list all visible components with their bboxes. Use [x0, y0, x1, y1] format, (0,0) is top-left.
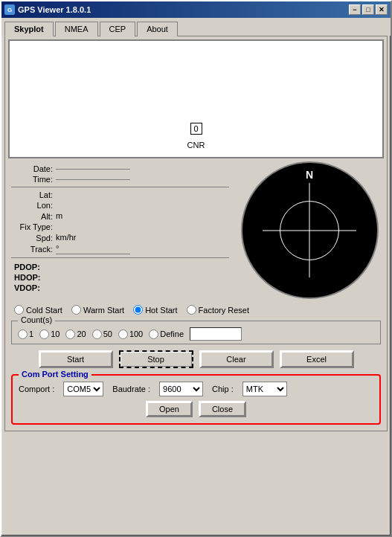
date-value: [56, 168, 130, 170]
info-panel: Date: Time: Lat: Lon: Alt:: [8, 161, 232, 299]
hot-start-option[interactable]: Hot Start: [133, 305, 177, 315]
count-radios: 1 10 20 50 1: [18, 327, 374, 341]
tab-about[interactable]: About: [137, 22, 178, 36]
baudrate-label: Baudrate :: [112, 385, 150, 393]
count-10-radio[interactable]: [39, 329, 49, 339]
alt-row: Alt: m: [11, 211, 229, 221]
pdop-label: PDOP:: [14, 263, 51, 271]
date-row: Date:: [11, 164, 229, 173]
open-button[interactable]: Open: [146, 401, 193, 417]
chip-select[interactable]: MTK SiRF UBLOX: [242, 382, 287, 396]
com-port-legend: Com Port Setting: [19, 370, 91, 379]
time-value: [56, 179, 130, 180]
tab-cep[interactable]: CEP: [100, 22, 136, 36]
open-close-row: Open Close: [19, 401, 373, 417]
fix-value: [56, 227, 130, 228]
start-button[interactable]: Start: [39, 350, 113, 368]
count-define-label: Define: [160, 329, 184, 338]
app-icon: G: [4, 4, 15, 15]
count-10-label: 10: [51, 329, 60, 338]
dop-panel: PDOP: HDOP: VDOP:: [11, 261, 229, 295]
bottom-panel: Cold Start Warm Start Hot Start Factory …: [8, 302, 384, 428]
vdop-row: VDOP:: [14, 283, 226, 292]
count-50-radio[interactable]: [92, 329, 102, 339]
fix-label: Fix Type:: [11, 222, 56, 231]
maximize-button[interactable]: □: [362, 4, 374, 15]
count-legend: Count(s): [18, 315, 55, 324]
count-define-option[interactable]: Define: [149, 329, 184, 339]
title-bar-text: G GPS Viewer 1.8.0.1: [4, 4, 91, 15]
lat-label: Lat:: [11, 190, 56, 199]
hot-start-radio[interactable]: [133, 305, 143, 315]
count-1-label: 1: [29, 329, 33, 338]
baudrate-select[interactable]: 9600 4800 19200 38400 57600 115200: [159, 382, 203, 396]
cnr-label: CNR: [187, 141, 205, 149]
warm-start-option[interactable]: Warm Start: [71, 305, 124, 315]
count-20-option[interactable]: 20: [65, 329, 86, 339]
pdop-row: PDOP:: [14, 263, 226, 271]
compass-north-label: N: [306, 169, 313, 181]
minimize-button[interactable]: −: [349, 4, 361, 15]
compass-inner-circle: [280, 201, 339, 260]
count-1-option[interactable]: 1: [18, 329, 33, 339]
count-1-radio[interactable]: [18, 329, 28, 339]
title-bar: G GPS Viewer 1.8.0.1 − □ ✕: [1, 1, 391, 18]
main-window: G GPS Viewer 1.8.0.1 − □ ✕ Skyplot NMEA …: [0, 0, 392, 537]
hot-start-label: Hot Start: [145, 306, 177, 315]
lon-label: Lon:: [11, 201, 56, 210]
spd-value: km/hr: [56, 233, 130, 242]
date-label: Date:: [11, 164, 56, 173]
track-value: °: [56, 244, 130, 254]
info-compass-row: Date: Time: Lat: Lon: Alt:: [8, 161, 384, 299]
count-10-option[interactable]: 10: [39, 329, 60, 339]
factory-reset-radio[interactable]: [187, 305, 196, 315]
compass-area: N: [235, 161, 384, 299]
lon-row: Lon:: [11, 201, 229, 210]
count-100-radio[interactable]: [118, 329, 128, 339]
tab-bar: Skyplot NMEA CEP About: [1, 18, 391, 36]
factory-reset-option[interactable]: Factory Reset: [187, 305, 249, 315]
start-options-group: Cold Start Warm Start Hot Start Factory …: [11, 305, 381, 315]
cold-start-radio[interactable]: [14, 305, 24, 315]
hdop-label: HDOP:: [14, 273, 51, 282]
chart-inner: 0 CNR: [10, 41, 382, 157]
chip-label: Chip :: [212, 385, 234, 393]
spd-label: Spd:: [11, 234, 56, 242]
track-label: Track:: [11, 245, 56, 254]
lat-row: Lat:: [11, 190, 229, 199]
count-100-option[interactable]: 100: [118, 329, 143, 339]
count-20-label: 20: [77, 329, 86, 338]
close-button[interactable]: ✕: [376, 4, 388, 15]
alt-value: m: [56, 211, 130, 221]
lon-value: [56, 205, 130, 206]
count-50-option[interactable]: 50: [92, 329, 112, 339]
stop-button[interactable]: Stop: [119, 350, 193, 368]
warm-start-label: Warm Start: [83, 306, 124, 315]
tab-nmea[interactable]: NMEA: [55, 22, 98, 36]
comport-select[interactable]: COM5 COM1 COM2 COM3 COM4: [63, 382, 103, 396]
com-port-row: Comport : COM5 COM1 COM2 COM3 COM4 Baudr…: [19, 382, 373, 396]
time-label: Time:: [11, 175, 56, 184]
count-100-label: 100: [129, 329, 143, 338]
count-define-radio[interactable]: [149, 329, 158, 339]
tab-skyplot[interactable]: Skyplot: [4, 22, 54, 36]
comport-label: Comport :: [19, 385, 54, 393]
excel-button[interactable]: Excel: [280, 350, 354, 368]
count-define-input[interactable]: [190, 327, 242, 341]
factory-reset-label: Factory Reset: [199, 306, 249, 315]
window-title: GPS Viewer 1.8.0.1: [18, 5, 91, 14]
count-20-radio[interactable]: [65, 329, 75, 339]
track-row: Track: °: [11, 244, 229, 254]
warm-start-radio[interactable]: [71, 305, 81, 315]
cnr-value: 0: [190, 123, 202, 135]
com-port-group: Com Port Setting Comport : COM5 COM1 COM…: [11, 374, 381, 425]
action-buttons: Start Stop Clear Excel: [11, 350, 381, 368]
cold-start-label: Cold Start: [26, 306, 62, 315]
spd-row: Spd: km/hr: [11, 233, 229, 242]
main-content: 0 CNR Date: Time: Lat:: [4, 36, 388, 431]
fix-row: Fix Type:: [11, 222, 229, 231]
cold-start-option[interactable]: Cold Start: [14, 305, 62, 315]
close-button-com[interactable]: Close: [199, 401, 246, 417]
count-group: Count(s) 1 10 20: [11, 321, 381, 344]
clear-button[interactable]: Clear: [199, 350, 274, 368]
